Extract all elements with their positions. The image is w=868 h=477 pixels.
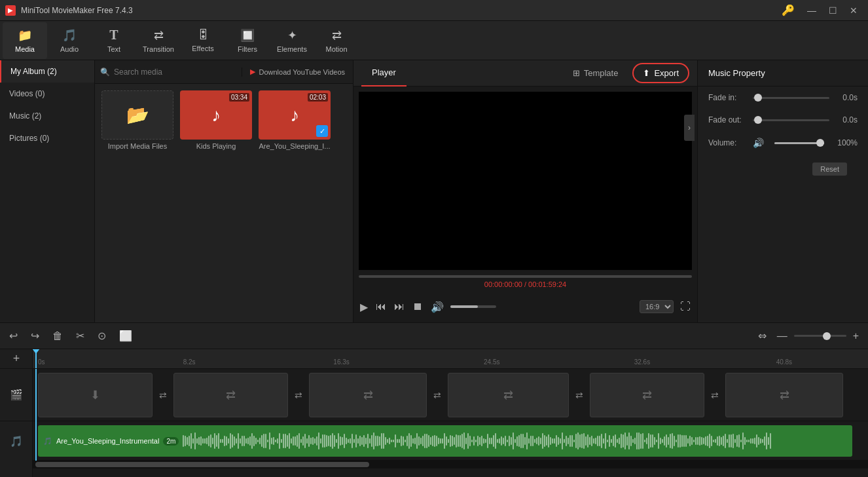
toolbar-text[interactable]: T Text bbox=[92, 22, 136, 59]
zoom-thumb bbox=[823, 332, 831, 340]
waveform-bar bbox=[389, 438, 390, 444]
waveform-bar bbox=[725, 434, 726, 448]
redo-button[interactable]: ↪ bbox=[27, 327, 43, 345]
waveform-bar bbox=[399, 439, 400, 444]
music-clip[interactable]: 🎵 Are_You_Sleeping_Instrumental 2m // Ge… bbox=[38, 425, 852, 457]
minimize-button[interactable]: — bbox=[803, 4, 821, 17]
waveform-bar bbox=[377, 436, 378, 447]
delete-button[interactable]: 🗑 bbox=[48, 328, 67, 345]
kids-playing-item[interactable]: ♪ 03:34 Kids Playing bbox=[180, 90, 252, 150]
reset-button[interactable]: Reset bbox=[812, 162, 847, 176]
sidebar-item-pictures[interactable]: Pictures (0) bbox=[0, 127, 94, 149]
export-button[interactable]: ⬆ Export bbox=[632, 63, 689, 83]
stop-button[interactable]: ⏹ bbox=[411, 299, 424, 314]
toolbar-motion-label: Motion bbox=[325, 45, 347, 53]
waveform-bar bbox=[375, 436, 376, 446]
waveform-bar bbox=[310, 438, 312, 444]
aspect-ratio-select[interactable]: 16:9 9:16 4:3 1:1 bbox=[640, 300, 674, 313]
waveform-bar bbox=[546, 436, 547, 446]
split-button[interactable]: ✂ bbox=[72, 327, 88, 345]
zoom-out-button[interactable]: — bbox=[773, 328, 791, 345]
video-clip-6[interactable]: ⇄ bbox=[725, 373, 843, 417]
waveform-bar bbox=[202, 438, 204, 444]
waveform-bar bbox=[381, 433, 382, 449]
toolbar-motion[interactable]: ⇄ Motion bbox=[314, 22, 359, 59]
waveform-bar bbox=[430, 437, 431, 445]
waveform-bar bbox=[420, 438, 422, 445]
transition-5[interactable]: ⇄ bbox=[704, 373, 725, 417]
zoom-slider[interactable] bbox=[794, 335, 846, 337]
zoom-fit-button[interactable]: ⇔ bbox=[754, 327, 770, 345]
template-button[interactable]: ⊞ Template bbox=[564, 64, 628, 82]
toolbar-audio[interactable]: 🎵 Audio bbox=[47, 22, 92, 59]
waveform-bar bbox=[658, 433, 659, 449]
waveform-bar bbox=[224, 436, 225, 446]
crop-button[interactable]: ⬜ bbox=[115, 327, 136, 345]
waveform-bar bbox=[599, 436, 600, 446]
add-track-button[interactable]: + bbox=[0, 349, 33, 369]
waveform-bar bbox=[558, 437, 559, 446]
sidebar-item-my-album[interactable]: My Album (2) bbox=[0, 60, 94, 83]
waveform-bar bbox=[731, 434, 732, 448]
are-you-sleeping-item[interactable]: ♪ 02:03 ✓ Are_You_Sleeping_I... bbox=[259, 90, 331, 150]
settings-icon[interactable]: 🔑 bbox=[782, 4, 795, 17]
video-clip-2[interactable]: ⇄ bbox=[173, 373, 288, 417]
maximize-button[interactable]: ☐ bbox=[823, 4, 842, 17]
search-input[interactable] bbox=[114, 67, 236, 77]
playhead[interactable] bbox=[35, 349, 37, 368]
transition-1[interactable]: ⇄ bbox=[153, 373, 173, 417]
my-album-label: My Album (2) bbox=[10, 67, 57, 76]
waveform-bar bbox=[617, 439, 618, 443]
close-button[interactable]: ✕ bbox=[844, 4, 863, 17]
transition-2[interactable]: ⇄ bbox=[288, 373, 309, 417]
fade-out-slider[interactable] bbox=[753, 119, 829, 121]
scrollbar-thumb[interactable] bbox=[35, 462, 369, 467]
toolbar-transition[interactable]: ⇄ Transition bbox=[136, 22, 181, 59]
waveform-bar bbox=[261, 435, 262, 447]
ruler-mark-2: 16.3s bbox=[333, 358, 349, 366]
fullscreen-button[interactable]: ⛶ bbox=[679, 299, 692, 314]
waveform-bar bbox=[619, 438, 620, 444]
prev-frame-button[interactable]: ⏮ bbox=[374, 299, 388, 314]
download-youtube-button[interactable]: ▶ Download YouTube Videos bbox=[242, 67, 353, 76]
waveform-bar bbox=[626, 436, 628, 446]
volume-prop-slider[interactable] bbox=[774, 142, 824, 144]
waveform-bar bbox=[509, 436, 510, 446]
waveform-bar bbox=[685, 435, 687, 448]
toolbar-filters[interactable]: 🔲 Filters bbox=[225, 22, 270, 59]
waveform-bar bbox=[566, 436, 567, 447]
fade-out-row: Fade out: 0.0s bbox=[698, 109, 868, 131]
import-media-item[interactable]: 📂 Import Media Files bbox=[101, 90, 173, 150]
video-clip-3[interactable]: ⇄ bbox=[309, 373, 427, 417]
waveform-bar bbox=[206, 438, 208, 444]
waveform-bar bbox=[318, 432, 319, 449]
undo-button[interactable]: ↩ bbox=[5, 327, 22, 345]
zoom-in-button[interactable]: + bbox=[849, 328, 863, 345]
volume-icon: 🔊 bbox=[753, 138, 764, 148]
video-clip-5[interactable]: ⇄ bbox=[590, 373, 704, 417]
sidebar-item-videos[interactable]: Videos (0) bbox=[0, 83, 94, 105]
transition-4[interactable]: ⇄ bbox=[569, 373, 590, 417]
waveform-bar bbox=[247, 438, 249, 444]
tab-player[interactable]: Player bbox=[361, 60, 407, 86]
play-button[interactable]: ▶ bbox=[359, 299, 369, 315]
video-clip-4[interactable]: ⇄ bbox=[448, 373, 569, 417]
panel-collapse-button[interactable]: › bbox=[684, 115, 695, 141]
progress-bar[interactable] bbox=[359, 275, 692, 278]
detach-button[interactable]: ⊙ bbox=[94, 327, 110, 345]
transition-3[interactable]: ⇄ bbox=[427, 373, 448, 417]
toolbar-effects[interactable]: 🎛 Effects bbox=[181, 22, 225, 59]
volume-slider[interactable] bbox=[450, 305, 496, 308]
left-panel: My Album (2) Videos (0) Music (2) Pictur… bbox=[0, 60, 95, 322]
waveform-bar bbox=[434, 435, 435, 448]
horizontal-scrollbar[interactable] bbox=[33, 461, 868, 468]
mute-button[interactable]: 🔊 bbox=[429, 299, 445, 315]
video-clip-1[interactable]: ⬇ bbox=[38, 373, 153, 417]
next-frame-button[interactable]: ⏭ bbox=[393, 299, 406, 314]
sidebar-item-music[interactable]: Music (2) bbox=[0, 105, 94, 127]
waveform-bar bbox=[216, 435, 217, 446]
toolbar-elements[interactable]: ✦ Elements bbox=[270, 22, 314, 59]
toolbar-media[interactable]: 📁 Media bbox=[3, 22, 47, 59]
fade-in-slider[interactable] bbox=[753, 97, 829, 99]
filters-icon: 🔲 bbox=[240, 28, 255, 43]
